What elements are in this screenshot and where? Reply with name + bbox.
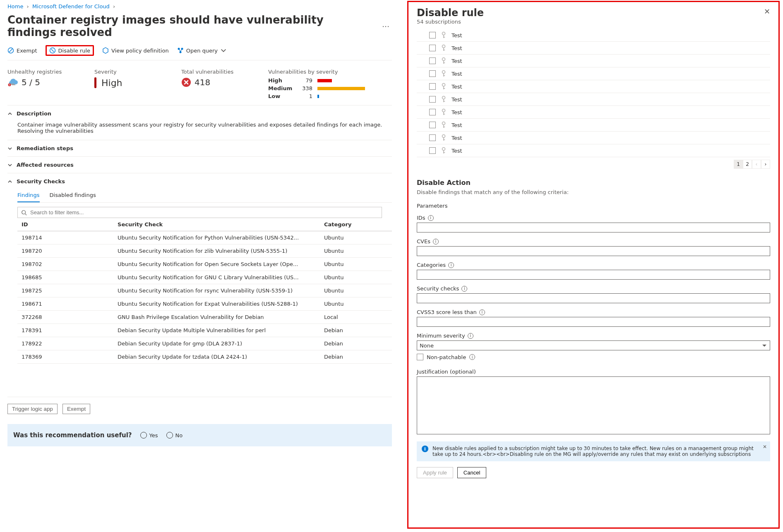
subscription-checkbox[interactable]: [429, 70, 436, 77]
breadcrumb-defender[interactable]: Microsoft Defender for Cloud: [32, 3, 110, 10]
subscription-row[interactable]: Test: [417, 55, 770, 67]
info-icon[interactable]: i: [461, 286, 467, 292]
radio-icon: [140, 432, 147, 439]
key-icon: [441, 121, 447, 129]
search-input-wrap[interactable]: [17, 207, 382, 218]
table-row[interactable]: 198702Ubuntu Security Notification for O…: [17, 258, 392, 271]
cell-category: Ubuntu: [320, 271, 392, 284]
cell-category: Ubuntu: [320, 231, 392, 244]
disable-rule-label: Disable rule: [58, 48, 91, 54]
subscription-checkbox[interactable]: [429, 109, 436, 115]
table-row[interactable]: 198714Ubuntu Security Notification for P…: [17, 231, 392, 244]
table-row[interactable]: 178922Debian Security Update for gmp (DL…: [17, 337, 392, 350]
non-patchable-checkbox[interactable]: [417, 354, 423, 360]
categories-input[interactable]: [417, 270, 770, 280]
section-security-checks-header[interactable]: Security Checks: [7, 173, 392, 189]
view-policy-button[interactable]: View policy definition: [102, 47, 169, 54]
tab-findings[interactable]: Findings: [17, 189, 40, 202]
disable-rule-button[interactable]: Disable rule: [46, 45, 94, 56]
cvss-input[interactable]: [417, 317, 770, 327]
pager-page-1[interactable]: 1: [734, 160, 743, 169]
key-icon: [441, 44, 447, 52]
table-row[interactable]: 198720Ubuntu Security Notification for z…: [17, 244, 392, 258]
subscription-checkbox[interactable]: [429, 96, 436, 103]
disable-rule-panel: Disable rule 54 subscriptions ✕ TestTest…: [407, 1, 780, 529]
table-row[interactable]: 372268GNU Bash Privilege Escalation Vuln…: [17, 311, 392, 324]
subscription-row[interactable]: Test: [417, 29, 770, 42]
apply-rule-button[interactable]: Apply rule: [417, 467, 453, 478]
breadcrumb-home[interactable]: Home: [7, 3, 23, 10]
cves-input[interactable]: [417, 246, 770, 256]
trigger-logic-app-button[interactable]: Trigger logic app: [7, 404, 58, 414]
svg-line-3: [51, 49, 53, 52]
pager-next[interactable]: ›: [761, 160, 770, 169]
info-icon[interactable]: i: [448, 262, 454, 268]
col-id[interactable]: ID: [17, 218, 113, 231]
svg-rect-16: [443, 35, 444, 38]
table-row[interactable]: 198725Ubuntu Security Notification for r…: [17, 284, 392, 297]
subscription-checkbox[interactable]: [429, 122, 436, 128]
toolbar: Exempt Disable rule View policy definiti…: [7, 45, 392, 60]
info-icon[interactable]: i: [433, 239, 439, 244]
security-checks-input[interactable]: [417, 293, 770, 303]
prohibit-icon: [49, 47, 56, 54]
pager-page-2[interactable]: 2: [743, 160, 752, 169]
info-close-button[interactable]: ✕: [763, 444, 767, 450]
section-affected-header[interactable]: Affected resources: [7, 157, 392, 173]
table-row[interactable]: 198671Ubuntu Security Notification for E…: [17, 297, 392, 311]
subscription-row[interactable]: Test: [417, 106, 770, 119]
info-icon[interactable]: i: [468, 333, 473, 339]
subscription-row[interactable]: Test: [417, 93, 770, 106]
table-row[interactable]: 178391Debian Security Update Multiple Vu…: [17, 324, 392, 337]
col-check[interactable]: Security Check: [113, 218, 320, 231]
cell-check: Debian Security Update for tzdata (DLA 2…: [113, 350, 320, 364]
more-actions-button[interactable]: ⋯: [380, 22, 392, 31]
col-category[interactable]: Category: [320, 218, 392, 231]
exempt-button[interactable]: Exempt: [7, 47, 37, 54]
cancel-button[interactable]: Cancel: [457, 467, 486, 478]
info-icon[interactable]: i: [469, 354, 475, 360]
justification-textarea[interactable]: [417, 376, 770, 434]
subscription-checkbox[interactable]: [429, 83, 436, 90]
subscription-checkbox[interactable]: [429, 134, 436, 141]
min-severity-label: Minimum severityi: [417, 333, 770, 339]
subscription-row[interactable]: Test: [417, 42, 770, 55]
feedback-yes[interactable]: Yes: [140, 432, 158, 439]
ids-input[interactable]: [417, 223, 770, 232]
table-row[interactable]: 198685Ubuntu Security Notification for G…: [17, 271, 392, 284]
feedback-no[interactable]: No: [166, 432, 183, 439]
exempt-footer-button[interactable]: Exempt: [62, 404, 90, 414]
section-description-header[interactable]: Description: [7, 105, 392, 122]
subscription-row[interactable]: Test: [417, 80, 770, 93]
svg-rect-44: [443, 152, 445, 153]
subscription-checkbox[interactable]: [429, 147, 436, 154]
open-query-button[interactable]: Open query: [177, 47, 227, 54]
info-text: New disable rules applied to a subscript…: [432, 446, 765, 457]
table-row[interactable]: 178369Debian Security Update for tzdata …: [17, 350, 392, 364]
min-severity-select[interactable]: None: [417, 340, 770, 350]
svg-rect-26: [443, 75, 445, 76]
info-icon[interactable]: i: [479, 309, 485, 315]
subscription-checkbox[interactable]: [429, 45, 436, 51]
subscription-name: Test: [452, 84, 462, 90]
subscription-row[interactable]: Test: [417, 119, 770, 132]
svg-text:!: !: [9, 84, 10, 86]
cell-check: Ubuntu Security Notification for Python …: [113, 231, 320, 244]
svg-point-18: [442, 45, 445, 48]
subscription-checkbox[interactable]: [429, 32, 436, 38]
tab-disabled-findings[interactable]: Disabled findings: [50, 189, 96, 202]
section-remediation-header[interactable]: Remediation steps: [7, 140, 392, 156]
sev-low-bar: [317, 95, 319, 98]
description-text: Container image vulnerability assessment…: [7, 122, 392, 140]
subscription-row[interactable]: Test: [417, 67, 770, 80]
info-icon[interactable]: i: [428, 215, 434, 221]
cell-id: 178922: [17, 337, 113, 350]
cell-category: Ubuntu: [320, 297, 392, 311]
svg-point-36: [442, 122, 445, 125]
subscription-row[interactable]: Test: [417, 144, 770, 157]
panel-close-button[interactable]: ✕: [764, 7, 770, 16]
search-input[interactable]: [29, 209, 378, 216]
subscription-row[interactable]: Test: [417, 132, 770, 144]
svg-point-33: [442, 109, 445, 112]
subscription-checkbox[interactable]: [429, 58, 436, 64]
